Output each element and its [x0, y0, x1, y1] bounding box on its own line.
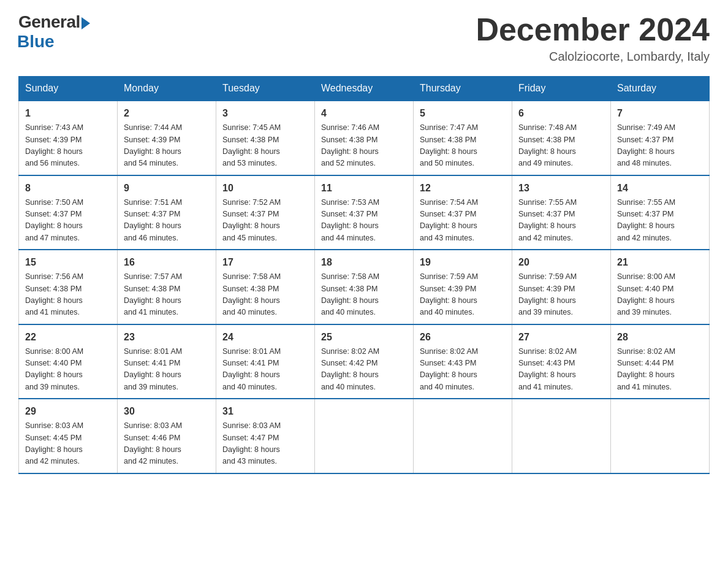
day-number: 22: [25, 330, 111, 345]
day-info: Sunrise: 8:03 AMSunset: 4:46 PMDaylight:…: [124, 420, 210, 468]
day-info: Sunrise: 7:47 AMSunset: 4:38 PMDaylight:…: [420, 122, 506, 170]
table-row: 15Sunrise: 7:56 AMSunset: 4:38 PMDayligh…: [19, 250, 118, 324]
logo-general-text: General: [18, 12, 80, 32]
day-number: 23: [124, 330, 210, 345]
col-wednesday: Wednesday: [315, 77, 414, 101]
col-monday: Monday: [118, 77, 216, 101]
table-row: 10Sunrise: 7:52 AMSunset: 4:37 PMDayligh…: [216, 175, 315, 250]
day-number: 2: [124, 106, 210, 121]
title-section: December 2024 Calolziocorte, Lombardy, I…: [476, 12, 710, 64]
day-info: Sunrise: 7:50 AMSunset: 4:37 PMDaylight:…: [25, 197, 111, 245]
table-row: 14Sunrise: 7:55 AMSunset: 4:37 PMDayligh…: [611, 175, 710, 250]
month-title: December 2024: [476, 12, 710, 47]
day-number: 7: [617, 106, 703, 121]
day-info: Sunrise: 8:00 AMSunset: 4:40 PMDaylight:…: [25, 346, 111, 394]
table-row: 25Sunrise: 8:02 AMSunset: 4:42 PMDayligh…: [315, 324, 414, 399]
day-number: 25: [321, 330, 407, 345]
day-info: Sunrise: 8:02 AMSunset: 4:44 PMDaylight:…: [617, 346, 703, 394]
day-number: 11: [321, 181, 407, 196]
table-row: [315, 399, 414, 473]
day-info: Sunrise: 8:01 AMSunset: 4:41 PMDaylight:…: [222, 346, 308, 394]
day-number: 29: [25, 404, 111, 419]
table-row: 22Sunrise: 8:00 AMSunset: 4:40 PMDayligh…: [19, 324, 118, 399]
day-number: 1: [25, 106, 111, 121]
day-number: 21: [617, 255, 703, 270]
col-sunday: Sunday: [19, 77, 118, 101]
calendar-header-row: Sunday Monday Tuesday Wednesday Thursday…: [19, 77, 710, 101]
logo-blue-text: Blue: [17, 32, 55, 52]
calendar-table: Sunday Monday Tuesday Wednesday Thursday…: [18, 76, 710, 474]
day-number: 15: [25, 255, 111, 270]
day-number: 19: [420, 255, 506, 270]
location-text: Calolziocorte, Lombardy, Italy: [476, 50, 710, 64]
day-number: 31: [222, 404, 308, 419]
day-number: 4: [321, 106, 407, 121]
table-row: 12Sunrise: 7:54 AMSunset: 4:37 PMDayligh…: [414, 175, 512, 250]
day-info: Sunrise: 7:48 AMSunset: 4:38 PMDaylight:…: [518, 122, 604, 170]
day-number: 17: [222, 255, 308, 270]
day-info: Sunrise: 7:52 AMSunset: 4:37 PMDaylight:…: [222, 197, 308, 245]
table-row: 5Sunrise: 7:47 AMSunset: 4:38 PMDaylight…: [414, 101, 512, 175]
day-info: Sunrise: 7:59 AMSunset: 4:39 PMDaylight:…: [518, 271, 604, 319]
table-row: 28Sunrise: 8:02 AMSunset: 4:44 PMDayligh…: [611, 324, 710, 399]
table-row: 17Sunrise: 7:58 AMSunset: 4:38 PMDayligh…: [216, 250, 315, 324]
table-row: 26Sunrise: 8:02 AMSunset: 4:43 PMDayligh…: [414, 324, 512, 399]
table-row: 27Sunrise: 8:02 AMSunset: 4:43 PMDayligh…: [512, 324, 611, 399]
day-number: 27: [518, 330, 604, 345]
calendar-week-row: 15Sunrise: 7:56 AMSunset: 4:38 PMDayligh…: [19, 250, 710, 324]
day-info: Sunrise: 7:43 AMSunset: 4:39 PMDaylight:…: [25, 122, 111, 170]
day-info: Sunrise: 7:55 AMSunset: 4:37 PMDaylight:…: [617, 197, 703, 245]
table-row: [611, 399, 710, 473]
day-number: 18: [321, 255, 407, 270]
day-number: 14: [617, 181, 703, 196]
calendar-week-row: 22Sunrise: 8:00 AMSunset: 4:40 PMDayligh…: [19, 324, 710, 399]
day-number: 16: [124, 255, 210, 270]
col-thursday: Thursday: [414, 77, 512, 101]
day-number: 5: [420, 106, 506, 121]
day-info: Sunrise: 7:58 AMSunset: 4:38 PMDaylight:…: [222, 271, 308, 319]
col-tuesday: Tuesday: [216, 77, 315, 101]
day-number: 24: [222, 330, 308, 345]
table-row: 31Sunrise: 8:03 AMSunset: 4:47 PMDayligh…: [216, 399, 315, 473]
calendar-week-row: 8Sunrise: 7:50 AMSunset: 4:37 PMDaylight…: [19, 175, 710, 250]
day-info: Sunrise: 7:51 AMSunset: 4:37 PMDaylight:…: [124, 197, 210, 245]
day-info: Sunrise: 7:56 AMSunset: 4:38 PMDaylight:…: [25, 271, 111, 319]
day-info: Sunrise: 8:03 AMSunset: 4:47 PMDaylight:…: [222, 420, 308, 468]
day-info: Sunrise: 8:01 AMSunset: 4:41 PMDaylight:…: [124, 346, 210, 394]
day-info: Sunrise: 8:02 AMSunset: 4:42 PMDaylight:…: [321, 346, 407, 394]
day-info: Sunrise: 7:53 AMSunset: 4:37 PMDaylight:…: [321, 197, 407, 245]
day-info: Sunrise: 7:46 AMSunset: 4:38 PMDaylight:…: [321, 122, 407, 170]
logo-arrow-icon: [82, 17, 90, 29]
table-row: 2Sunrise: 7:44 AMSunset: 4:39 PMDaylight…: [118, 101, 216, 175]
day-number: 9: [124, 181, 210, 196]
col-saturday: Saturday: [611, 77, 710, 101]
table-row: 4Sunrise: 7:46 AMSunset: 4:38 PMDaylight…: [315, 101, 414, 175]
day-info: Sunrise: 7:59 AMSunset: 4:39 PMDaylight:…: [420, 271, 506, 319]
table-row: 18Sunrise: 7:58 AMSunset: 4:38 PMDayligh…: [315, 250, 414, 324]
day-number: 8: [25, 181, 111, 196]
day-number: 20: [518, 255, 604, 270]
day-info: Sunrise: 8:02 AMSunset: 4:43 PMDaylight:…: [420, 346, 506, 394]
day-info: Sunrise: 8:02 AMSunset: 4:43 PMDaylight:…: [518, 346, 604, 394]
day-info: Sunrise: 7:45 AMSunset: 4:38 PMDaylight:…: [222, 122, 308, 170]
day-number: 12: [420, 181, 506, 196]
table-row: 8Sunrise: 7:50 AMSunset: 4:37 PMDaylight…: [19, 175, 118, 250]
table-row: 6Sunrise: 7:48 AMSunset: 4:38 PMDaylight…: [512, 101, 611, 175]
day-number: 6: [518, 106, 604, 121]
day-info: Sunrise: 7:58 AMSunset: 4:38 PMDaylight:…: [321, 271, 407, 319]
day-info: Sunrise: 7:44 AMSunset: 4:39 PMDaylight:…: [124, 122, 210, 170]
table-row: 9Sunrise: 7:51 AMSunset: 4:37 PMDaylight…: [118, 175, 216, 250]
table-row: 1Sunrise: 7:43 AMSunset: 4:39 PMDaylight…: [19, 101, 118, 175]
table-row: 24Sunrise: 8:01 AMSunset: 4:41 PMDayligh…: [216, 324, 315, 399]
day-info: Sunrise: 8:03 AMSunset: 4:45 PMDaylight:…: [25, 420, 111, 468]
col-friday: Friday: [512, 77, 611, 101]
table-row: 3Sunrise: 7:45 AMSunset: 4:38 PMDaylight…: [216, 101, 315, 175]
day-number: 13: [518, 181, 604, 196]
table-row: 23Sunrise: 8:01 AMSunset: 4:41 PMDayligh…: [118, 324, 216, 399]
calendar-week-row: 29Sunrise: 8:03 AMSunset: 4:45 PMDayligh…: [19, 399, 710, 473]
table-row: [414, 399, 512, 473]
table-row: 20Sunrise: 7:59 AMSunset: 4:39 PMDayligh…: [512, 250, 611, 324]
day-info: Sunrise: 7:49 AMSunset: 4:37 PMDaylight:…: [617, 122, 703, 170]
table-row: 13Sunrise: 7:55 AMSunset: 4:37 PMDayligh…: [512, 175, 611, 250]
table-row: 19Sunrise: 7:59 AMSunset: 4:39 PMDayligh…: [414, 250, 512, 324]
